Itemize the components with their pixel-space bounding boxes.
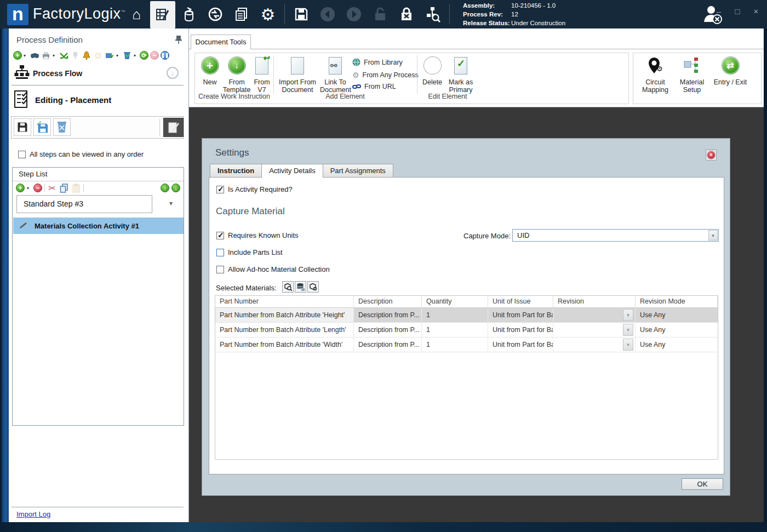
sync-button[interactable] [203, 1, 228, 27]
unlock-button[interactable] [368, 1, 393, 27]
is-activity-required-row[interactable]: Is Activity Required? [216, 185, 293, 193]
cell-revision[interactable]: ▾ [553, 337, 636, 352]
include-parts-list-checkbox[interactable] [216, 249, 224, 256]
collapse-arrow-icon[interactable]: ↓ [167, 67, 179, 79]
cell-revision-mode[interactable]: Use Any [636, 337, 718, 352]
revision-dropdown[interactable]: ▾ [623, 324, 633, 336]
cell-unit-of-issue[interactable]: Unit from Part for Bat [488, 337, 553, 352]
import-materials-button[interactable] [295, 281, 306, 293]
from-library-item[interactable]: From Library [352, 58, 403, 66]
step-settings-icon[interactable]: ⚙ [93, 50, 103, 60]
tab-part-assignments[interactable]: Part Assignments [323, 164, 393, 178]
cell-revision-mode[interactable]: Use Any [636, 308, 718, 322]
process-definition-button[interactable] [150, 1, 175, 28]
ok-button[interactable]: OK [682, 478, 723, 490]
publish-icon[interactable] [105, 50, 115, 60]
col-quantity[interactable]: Quantity [422, 296, 488, 307]
back-button[interactable] [315, 1, 340, 27]
from-url-item[interactable]: From URL [352, 83, 396, 90]
circuit-mapping-button[interactable]: ⚙ Circuit Mapping [639, 57, 672, 94]
tab-activity-details[interactable]: Activity Details [261, 164, 323, 178]
cell-description[interactable]: Description from P... [354, 323, 422, 337]
cell-revision[interactable]: ▾ [553, 308, 636, 322]
cut-icon[interactable]: ✂ [47, 183, 57, 193]
publish-dropdown-caret[interactable]: ▾ [116, 53, 121, 58]
cell-revision-mode[interactable]: Use Any [636, 323, 718, 337]
process-search-button[interactable] [420, 1, 445, 27]
add-dropdown-caret[interactable]: ▾ [24, 53, 28, 58]
cell-unit-of-issue[interactable]: Unit from Part for Bat [488, 323, 553, 337]
from-any-process-item[interactable]: ⚙ From Any Process [352, 71, 419, 79]
capture-mode-select[interactable]: UID ▾ [512, 229, 719, 242]
allow-adhoc-row[interactable]: Allow Ad-hoc Material Collection [216, 265, 330, 273]
cell-description[interactable]: Description from P... [354, 337, 422, 352]
documents-button[interactable] [229, 1, 254, 27]
cell-part-number[interactable]: Part Number from Batch Attribute 'Length… [215, 323, 354, 337]
reassign-icon[interactable] [59, 50, 68, 60]
notifications-icon[interactable] [82, 50, 91, 60]
dialog-close-button[interactable]: × [706, 150, 717, 161]
home-button[interactable]: ⌂ [124, 1, 149, 27]
requires-known-units-row[interactable]: Requires Known Units [216, 231, 299, 239]
pause-icon[interactable]: ❚❚ [161, 51, 169, 60]
remove-material-button[interactable] [307, 281, 319, 293]
revision-dropdown[interactable]: ▾ [623, 309, 633, 321]
remove-icon[interactable]: − [150, 51, 159, 60]
add-step-icon[interactable]: + [16, 184, 25, 192]
forward-button[interactable] [341, 1, 367, 27]
refresh-icon[interactable]: ⟳ [140, 51, 148, 60]
link-to-document-button[interactable]: ⚯ Link To Document [320, 57, 351, 94]
cell-quantity[interactable]: 1 [422, 337, 488, 352]
delete-element-button[interactable]: − Delete [421, 57, 444, 86]
material-setup-button[interactable]: Material Setup [676, 57, 708, 94]
tab-document-tools[interactable]: Document Tools [191, 35, 251, 49]
is-activity-required-checkbox[interactable] [216, 186, 224, 193]
from-v7-button[interactable]: ↩ From V7 [252, 57, 272, 94]
import-from-document-button[interactable]: Import From Document [277, 57, 318, 94]
allow-adhoc-checkbox[interactable] [216, 266, 224, 273]
save-as-button[interactable] [33, 118, 51, 136]
feeder-setup-button[interactable] [176, 1, 202, 27]
step-selector-input[interactable]: Standard Step #3 [16, 195, 152, 213]
col-description[interactable]: Description [354, 296, 422, 307]
all-steps-checkbox[interactable] [18, 151, 26, 158]
cell-quantity[interactable]: 1 [422, 323, 488, 337]
tree-view-icon[interactable] [70, 50, 80, 60]
table-row[interactable]: Part Number from Batch Attribute 'Width'… [215, 337, 718, 352]
copy-icon[interactable] [59, 183, 69, 193]
revision-dropdown[interactable]: ▾ [623, 339, 633, 351]
col-part-number[interactable]: Part Number [215, 296, 354, 307]
print-icon[interactable] [41, 50, 51, 60]
cell-description[interactable]: Description from P... [354, 308, 422, 322]
col-revision[interactable]: Revision [553, 296, 636, 307]
save-step-button[interactable] [14, 118, 31, 136]
paste-icon[interactable] [71, 183, 81, 193]
close-button[interactable]: × [751, 7, 762, 16]
cell-unit-of-issue[interactable]: Unit from Part for Bat [488, 308, 553, 322]
save-button[interactable] [289, 1, 314, 27]
activity-list-item[interactable]: Materials Collection Activity #1 [13, 218, 184, 234]
recycle-icon[interactable] [122, 50, 132, 60]
process-flow-row[interactable]: Process Flow ↓ [14, 65, 184, 83]
include-parts-list-row[interactable]: Include Parts List [216, 248, 283, 256]
tab-instruction[interactable]: Instruction [210, 164, 261, 178]
from-template-button[interactable]: ↓ From Template [222, 57, 251, 94]
move-down-icon[interactable]: ↓ [171, 184, 180, 192]
delete-step-button[interactable] [53, 118, 71, 136]
cell-quantity[interactable]: 1 [422, 308, 488, 322]
table-row[interactable]: Part Number from Batch Attribute 'Height… [215, 308, 718, 323]
lock-revision-button[interactable] [394, 1, 419, 27]
recycle-dropdown-caret[interactable]: ▾ [134, 53, 138, 58]
minimize-button[interactable]: – [713, 7, 724, 16]
table-row[interactable]: Part Number from Batch Attribute 'Length… [215, 323, 718, 337]
mark-as-primary-button[interactable]: ✓ Mark as Primary [445, 57, 477, 94]
import-log-link[interactable]: Import Log [16, 510, 50, 518]
print-dropdown-caret[interactable]: ▾ [53, 53, 57, 58]
col-revision-mode[interactable]: Revision Mode [636, 296, 718, 307]
step-selector-caret[interactable]: ▾ [169, 199, 173, 207]
capture-mode-caret[interactable]: ▾ [708, 230, 718, 241]
edit-instruction-button[interactable] [163, 118, 184, 137]
add-icon[interactable]: + [13, 51, 22, 60]
search-material-button[interactable] [282, 281, 294, 293]
col-unit-of-issue[interactable]: Unit of Issue [488, 296, 553, 307]
